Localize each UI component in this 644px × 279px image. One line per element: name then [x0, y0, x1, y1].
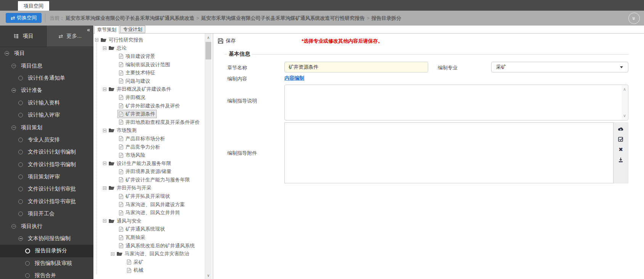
tree-node[interactable]: 可行性研究报告	[99, 36, 145, 44]
chapter-tree-item[interactable]: 市场预测	[93, 127, 205, 135]
chapter-tree-item[interactable]: 问题与建议	[93, 77, 205, 85]
tree-node[interactable]: 井田概况	[117, 93, 147, 102]
tree-expand-icon[interactable]	[103, 88, 106, 91]
tab-chapter-planning[interactable]: 章节策划	[94, 26, 119, 34]
chapter-tree-item[interactable]: 产品目标市场分析	[93, 135, 205, 143]
tree-node[interactable]: 矿井资源条件	[117, 110, 157, 118]
sidebar-tree-item[interactable]: 报告编制及审核	[0, 257, 93, 269]
tree-node[interactable]: 问题与建议	[117, 77, 152, 85]
chapter-tree-item[interactable]: 马家沟进、回风立井井筒	[93, 208, 205, 217]
sidebar-tree-item[interactable]: 文本协同报告编制	[0, 232, 93, 245]
sidebar-tree-item[interactable]: 文件设计指导书编制	[0, 159, 93, 171]
sidebar-tree-item[interactable]: 文件设计计划书审批	[0, 183, 93, 195]
tree-node[interactable]: 机械	[125, 266, 145, 274]
tree-node[interactable]: 马家沟进、回风井建设方案	[117, 200, 186, 209]
select-check-icon[interactable]	[618, 136, 624, 142]
tree-expand-icon[interactable]	[103, 219, 106, 223]
tree-node[interactable]: 井田境界及资源/储量	[117, 167, 173, 176]
tree-expand-icon[interactable]	[103, 186, 106, 190]
chapter-tree-item[interactable]: 可行性研究报告	[93, 36, 205, 44]
tree-node[interactable]: 通风与安全	[107, 217, 143, 225]
chapter-tree-item[interactable]: 井田境界及资源/储量	[93, 168, 205, 176]
tab-major-plan[interactable]: 专业计划	[120, 26, 145, 33]
tree-collapse-icon[interactable]	[11, 224, 16, 229]
tree-node[interactable]: 设计生产能力及服务年限	[107, 159, 173, 168]
tree-node[interactable]: 市场风险	[117, 151, 147, 159]
tree-node[interactable]: 市场预测	[107, 126, 138, 135]
tree-node[interactable]: 马家沟进、回风立井井筒	[117, 208, 181, 217]
tree-expand-icon[interactable]	[103, 46, 106, 50]
tree-node[interactable]: 矿井开拓及开采现状	[117, 192, 172, 200]
chapter-tree-item[interactable]: 采矿	[93, 258, 205, 266]
textarea-scrollbar[interactable]: ∧ ∨	[622, 85, 628, 120]
chapter-name-input[interactable]	[284, 62, 428, 72]
chapter-tree-item[interactable]: 矿井资源条件	[93, 110, 205, 118]
tree-node[interactable]: 矿井通风系统现状	[117, 225, 167, 233]
tree-expand-icon[interactable]	[95, 38, 98, 42]
tree-collapse-icon[interactable]	[18, 236, 23, 241]
sidebar-tree-item[interactable]: 项目开工会	[0, 208, 93, 220]
tree-expand-icon[interactable]	[103, 129, 106, 132]
tree-node[interactable]: 项目建设背景	[117, 52, 157, 61]
guide-attachment-area[interactable]	[284, 122, 613, 183]
tree-collapse-icon[interactable]	[11, 88, 16, 93]
sidebar-tree-item[interactable]: 报告目录拆分	[0, 245, 93, 257]
content-edit-link[interactable]: 内容编制	[284, 75, 304, 82]
sidebar-tree-item[interactable]: 项目	[0, 47, 93, 59]
delete-icon[interactable]: ✖	[618, 146, 624, 152]
tree-node[interactable]: 产品竞争力分析	[117, 143, 162, 151]
sidebar-tab-more[interactable]: ⇄ 更多...	[47, 26, 94, 46]
chapter-tree-item[interactable]: 产品竞争力分析	[93, 143, 205, 151]
tree-node[interactable]: 矿井设计生产能力与服务年限	[117, 176, 191, 184]
tree-expand-icon[interactable]	[111, 252, 114, 256]
sidebar-collapse-icon[interactable]: «	[87, 27, 90, 32]
chapter-tree-item[interactable]: 项目建设背景	[93, 52, 205, 61]
chapter-tree-item[interactable]: 矿井外部建设条件及评价	[93, 102, 205, 110]
upload-icon[interactable]	[618, 126, 624, 132]
scrollbar-thumb[interactable]	[206, 42, 211, 59]
major-select[interactable]: 采矿	[491, 62, 628, 72]
tree-node[interactable]: 井田概况及矿井建设条件	[107, 85, 173, 93]
tree-node[interactable]: 马家沟进、回风立井灾害防治	[115, 250, 191, 258]
chapter-tree-item[interactable]: 井田地质勘查程度及开采条件评价	[93, 118, 205, 127]
sidebar-tab-project[interactable]: 项目	[0, 26, 47, 46]
chapter-tree-scrollbar[interactable]: ∧ ∨	[205, 34, 212, 279]
chapter-tree-item[interactable]: 矿井设计生产能力与服务年限	[93, 176, 205, 184]
scroll-down-icon[interactable]: ∨	[622, 114, 628, 118]
tree-node[interactable]: 产品目标市场分析	[117, 135, 167, 143]
chapter-tree-item[interactable]: 总论	[93, 44, 205, 53]
save-button[interactable]: 保存	[216, 37, 237, 45]
sidebar-tree-item[interactable]: 设计任务通知单	[0, 72, 93, 84]
sidebar-tree-item[interactable]: 项目策划评审	[0, 171, 93, 183]
chapter-tree-item[interactable]: 矿井通风系统现状	[93, 225, 205, 234]
chapter-tree-item[interactable]: 马家沟进、回风井建设方案	[93, 200, 205, 209]
tree-node[interactable]: 总论	[107, 44, 128, 52]
chapter-tree-item[interactable]: 井田概况	[93, 93, 205, 102]
sidebar-tree-item[interactable]: 报告合并	[0, 269, 93, 279]
tree-collapse-icon[interactable]	[11, 125, 16, 130]
tree-node[interactable]: 井田地质勘查程度及开采条件评价	[117, 118, 201, 127]
tree-collapse-icon[interactable]	[11, 64, 16, 68]
tree-node[interactable]: 主要技术特征	[117, 69, 157, 77]
scroll-down-icon[interactable]: ∨	[205, 272, 212, 278]
chapter-tree-item[interactable]: 瓦斯抽采	[93, 233, 205, 242]
tree-node[interactable]: 瓦斯抽采	[117, 233, 147, 242]
tree-expand-icon[interactable]	[103, 162, 106, 165]
tree-node[interactable]: 采矿	[125, 258, 145, 266]
scroll-up-icon[interactable]: ∧	[622, 87, 628, 91]
chapter-tree-item[interactable]: 马家沟进、回风立井灾害防治	[93, 250, 205, 258]
tree-collapse-icon[interactable]	[5, 51, 9, 56]
chapter-tree-item[interactable]: 矿井开拓及开采现状	[93, 192, 205, 200]
guide-note-textarea[interactable]: ∧ ∨	[284, 85, 628, 120]
chapter-tree-item[interactable]: 主要技术特征	[93, 69, 205, 77]
tree-node[interactable]: 通风系统改造后的矿井通风系统	[117, 242, 196, 250]
sidebar-tree-item[interactable]: 项目执行	[0, 220, 93, 232]
download-icon[interactable]	[618, 157, 624, 163]
tab-workspace[interactable]: 项目空间	[18, 1, 49, 11]
sidebar-tree-item[interactable]: 设计输入资料	[0, 97, 93, 109]
scroll-up-icon[interactable]: ∧	[205, 34, 212, 40]
collapse-toolbar-button[interactable]: »	[628, 13, 640, 24]
sidebar-tree-item[interactable]: 文件设计指导书审批	[0, 196, 93, 208]
chapter-tree-item[interactable]: 设计生产能力及服务年限	[93, 159, 205, 168]
chapter-tree-item[interactable]: 井田概况及矿井建设条件	[93, 85, 205, 94]
